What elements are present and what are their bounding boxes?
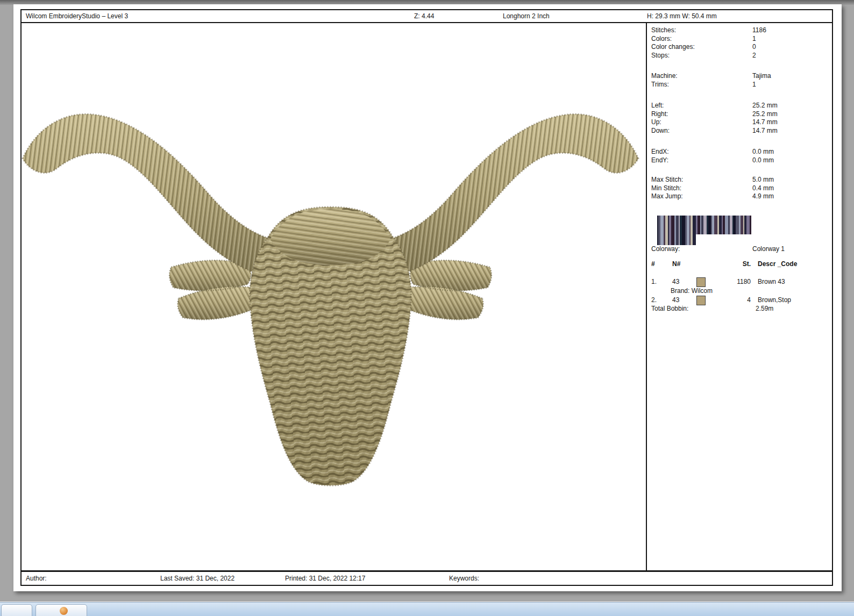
row-num: 2. [651,296,657,304]
stat-label: Color changes: [651,43,695,51]
stat-value: 0.0 mm [752,148,774,156]
barcode-row-top [657,216,775,234]
design-size-label: H: 29.3 mm W: 50.4 mm [647,10,717,22]
stat-value: 1 [752,81,756,89]
stat-value: 14.7 mm [752,127,778,135]
skull [250,207,411,485]
stats-group-stitch-limits: Max Stitch:5.0 mm Min Stitch:0.4 mm Max … [651,176,829,201]
printed-label: Printed: 31 Dec, 2022 12:17 [285,572,365,585]
stat-value: 14.7 mm [752,118,778,127]
stat-row: Max Stitch:5.0 mm [651,176,829,184]
stat-row: Min Stitch:0.4 mm [651,184,829,193]
stat-value: Tajima [752,72,771,81]
stat-label: Stitches: [651,26,676,34]
stat-label: Colors: [651,35,672,42]
total-bobbin-value: 2.59m [756,304,773,313]
stat-value: 25.2 mm [752,102,778,110]
stat-value: 0.4 mm [752,184,774,193]
stat-row: Machine:Tajima [651,72,829,81]
stat-label: Trims: [651,81,669,88]
taskbar [0,602,854,616]
zoom-level-label: Z: 4.44 [414,10,434,22]
stat-row: Left:25.2 mm [651,102,829,110]
taskbar-button-app[interactable] [35,604,87,616]
color-table-header: # N# St. Descr _Code [651,260,830,269]
last-saved-label: Last Saved: 31 Dec, 2022 [160,572,234,585]
barcode-row-bottom [657,234,706,245]
stat-label: Min Stitch: [651,184,681,192]
total-bobbin-label: Total Bobbin: [651,304,688,313]
stat-label: Stops: [651,52,670,59]
row-stitches: 1180 [710,277,751,286]
color-table: # N# St. Descr _Code 1. 43 1180 Brown 43… [651,260,830,319]
design-barcode [657,216,775,245]
design-name: Longhorn 2 Inch [503,10,550,22]
design-canvas [22,23,646,570]
col-header-st: St. [710,260,751,268]
stat-row: EndX:0.0 mm [651,148,829,156]
stat-label: Down: [651,127,670,134]
col-header-num: # [651,260,655,268]
stat-value: 5.0 mm [752,176,774,184]
row-needle: 43 [672,277,679,286]
total-bobbin-row: Total Bobbin: 2.59m [651,304,830,313]
thread-swatch [696,277,706,287]
stat-row: Stops:2 [651,52,829,60]
taskbar-button-start[interactable] [1,604,32,616]
color-table-row: 1. 43 1180 Brown 43 [651,277,830,286]
app-icon [60,607,68,615]
print-preview-page: Wilcom EmbroideryStudio – Level 3 Z: 4.4… [13,4,842,591]
stat-row: Down:14.7 mm [651,127,829,135]
brand-label: Brand: Wilcom [671,286,713,295]
app-title: Wilcom EmbroideryStudio – Level 3 [26,10,128,22]
stat-row: Trims:1 [651,81,829,89]
preview-footer: Author: Last Saved: 31 Dec, 2022 Printed… [22,570,832,585]
keywords-label: Keywords: [449,572,479,585]
page-frame: Wilcom EmbroideryStudio – Level 3 Z: 4.4… [20,9,833,586]
stat-row: Max Jump:4.9 mm [651,192,829,201]
stat-label: Right: [651,110,668,118]
stats-group-machine: Machine:Tajima Trims:1 [651,72,829,89]
stat-label: Max Stitch: [651,176,683,183]
color-table-row: 2. 43 4 Brown,Stop [651,296,830,305]
row-stitches: 4 [710,296,751,304]
stats-group-extents: Left:25.2 mm Right:25.2 mm Up:14.7 mm Do… [651,102,829,135]
stat-row: Colors:1 [651,35,829,44]
stat-value: 4.9 mm [752,192,774,201]
stat-label: Machine: [651,72,678,80]
colorway-label: Colorway: [651,245,680,253]
longhorn-design [22,23,646,570]
stat-value: 0.0 mm [752,156,774,165]
stat-label: Up: [651,118,661,126]
brand-row: Brand: Wilcom [651,286,830,296]
author-label: Author: [26,572,47,585]
stat-value: 2 [752,52,756,60]
stat-row: Right:25.2 mm [651,110,829,119]
stat-value: 1 [752,35,756,44]
stat-value: 0 [752,43,756,52]
preview-header: Wilcom EmbroideryStudio – Level 3 Z: 4.4… [22,10,832,23]
colorway-value: Colorway 1 [752,245,785,253]
row-num: 1. [651,277,657,286]
stat-value: 25.2 mm [752,110,778,119]
stat-row: Up:14.7 mm [651,118,829,127]
stat-label: Left: [651,102,664,109]
stats-panel: Stitches:1186 Colors:1 Color changes:0 S… [646,23,832,570]
row-descr: Brown,Stop [758,296,791,304]
stat-label: EndY: [651,156,668,164]
row-needle: 43 [672,296,679,304]
row-descr: Brown 43 [758,277,785,286]
stats-group-end: EndX:0.0 mm EndY:0.0 mm [651,148,829,164]
stat-row: Stitches:1186 [651,26,829,35]
stat-row: EndY:0.0 mm [651,156,829,165]
stat-label: Max Jump: [651,192,683,200]
col-header-needle: N# [672,260,680,268]
colorway-row: Colorway: Colorway 1 [651,245,829,253]
stat-value: 1186 [752,26,766,35]
stat-label: EndX: [651,148,669,155]
stat-row: Color changes:0 [651,43,829,52]
stats-group-counts: Stitches:1186 Colors:1 Color changes:0 S… [651,26,829,60]
col-header-descr: Descr _Code [758,260,797,268]
